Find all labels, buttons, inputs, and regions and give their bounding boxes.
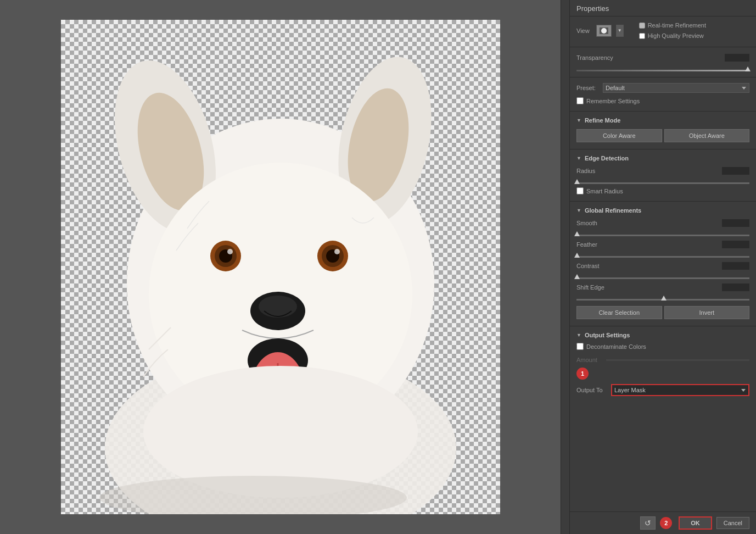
view-thumbnail[interactable]: [596, 25, 612, 37]
transparency-label: Transparency: [576, 54, 613, 61]
edge-detection-title: Edge Detection: [585, 155, 629, 162]
contrast-slider[interactable]: [576, 271, 749, 279]
properties-panel: Properties View ▼ Real-time Refinement H…: [569, 0, 756, 534]
radius-input[interactable]: 0 px: [722, 167, 749, 175]
clear-selection-button[interactable]: Clear Selection: [576, 306, 662, 319]
transparency-row: Transparency 100%: [570, 49, 756, 63]
high-quality-preview-row: High Quality Preview: [632, 31, 749, 40]
smooth-label: Smooth: [576, 220, 597, 226]
smooth-thumb[interactable]: [574, 231, 580, 236]
action-buttons-row: Clear Selection Invert: [570, 303, 756, 324]
contrast-thumb[interactable]: [574, 274, 580, 279]
view-row: View ▼ Real-time Refinement High Quality…: [570, 16, 756, 44]
refine-mode-arrow: ▼: [576, 118, 581, 123]
output-to-row: Output To Layer Mask: [570, 382, 756, 398]
output-settings-header[interactable]: ▼ Output Settings: [570, 329, 756, 342]
cancel-button[interactable]: Cancel: [716, 517, 749, 529]
remember-settings-row: Remember Settings: [570, 96, 756, 109]
amount-label: Amount: [576, 357, 597, 363]
divider-5: [570, 201, 756, 202]
remember-settings-checkbox[interactable]: [576, 97, 584, 104]
canvas-area: [0, 0, 561, 534]
svg-point-16: [259, 296, 297, 318]
radius-slider[interactable]: [576, 176, 749, 184]
global-refinements-title: Global Refinements: [585, 207, 641, 214]
smooth-row: Smooth 0: [570, 217, 756, 238]
transparency-thumb[interactable]: [745, 66, 751, 71]
shift-edge-slider[interactable]: [576, 293, 749, 301]
object-aware-button[interactable]: Object Aware: [664, 129, 750, 142]
output-to-label: Output To: [576, 387, 607, 393]
refine-buttons-row: Color Aware Object Aware: [570, 127, 756, 147]
global-refinements-header[interactable]: ▼ Global Refinements: [570, 204, 756, 217]
divider-6: [570, 326, 756, 326]
shift-edge-label: Shift Edge: [576, 284, 604, 291]
remember-settings-label: Remember Settings: [586, 98, 640, 104]
real-time-refinement-label: Real-time Refinement: [648, 22, 706, 29]
radius-row: Radius 0 px: [570, 165, 756, 186]
dog-illustration: [61, 20, 500, 514]
radius-label: Radius: [576, 168, 595, 174]
preset-row: Preset: Default: [570, 80, 756, 96]
invert-button[interactable]: Invert: [664, 306, 750, 319]
contrast-input[interactable]: 0%: [722, 262, 749, 270]
contrast-row: Contrast 0%: [570, 260, 756, 281]
svg-point-14: [334, 249, 340, 254]
badge-1: 1: [576, 368, 589, 380]
svg-point-10: [227, 249, 233, 254]
feather-row: Feather 0.0 px: [570, 238, 756, 260]
shift-edge-row: Shift Edge 0%: [570, 281, 756, 303]
divider-1: [570, 47, 756, 47]
divider-3: [570, 111, 756, 112]
transparency-input[interactable]: 100%: [725, 54, 749, 62]
smart-radius-row: Smart Radius: [570, 186, 756, 199]
feather-thumb[interactable]: [574, 253, 580, 258]
reset-button[interactable]: ↺: [640, 516, 656, 530]
output-to-select[interactable]: Layer Mask: [611, 384, 749, 396]
radius-thumb[interactable]: [574, 179, 580, 184]
preset-select[interactable]: Default: [603, 83, 749, 93]
contrast-label: Contrast: [576, 263, 600, 269]
view-label: View: [576, 27, 590, 34]
feather-label: Feather: [576, 241, 597, 248]
bottom-bar: ↺ 2 OK Cancel: [570, 511, 756, 534]
refine-mode-header[interactable]: ▼ Refine Mode: [570, 114, 756, 127]
color-aware-button[interactable]: Color Aware: [576, 129, 662, 142]
amount-row: Amount: [570, 354, 756, 365]
high-quality-preview-checkbox[interactable]: [639, 33, 645, 39]
badge-2: 2: [660, 517, 672, 529]
edge-detection-arrow: ▼: [576, 155, 581, 161]
ok-button[interactable]: OK: [679, 516, 712, 530]
decontaminate-colors-checkbox[interactable]: [576, 343, 584, 350]
smooth-input[interactable]: 0: [722, 219, 749, 227]
output-settings-title: Output Settings: [585, 332, 630, 338]
shift-edge-thumb[interactable]: [661, 296, 667, 301]
properties-title: Properties: [570, 0, 756, 16]
vertical-scrollbar[interactable]: [561, 0, 569, 534]
real-time-refinement-row: Real-time Refinement: [632, 21, 749, 30]
divider-2: [570, 77, 756, 77]
smooth-slider[interactable]: [576, 229, 749, 236]
real-time-refinement-checkbox[interactable]: [639, 23, 645, 29]
edge-detection-header[interactable]: ▼ Edge Detection: [570, 152, 756, 165]
refine-mode-title: Refine Mode: [585, 117, 620, 124]
smart-radius-checkbox[interactable]: [576, 187, 584, 194]
feather-slider[interactable]: [576, 250, 749, 258]
canvas-container: [61, 20, 500, 514]
output-settings-arrow: ▼: [576, 332, 581, 338]
svg-point-24: [601, 28, 607, 34]
view-dropdown-arrow[interactable]: ▼: [616, 25, 624, 37]
shift-edge-input[interactable]: 0%: [722, 283, 749, 291]
preset-label: Preset:: [576, 85, 598, 91]
transparency-slider-wrap[interactable]: [576, 64, 749, 71]
global-refinements-arrow: ▼: [576, 208, 581, 213]
smart-radius-label: Smart Radius: [586, 188, 623, 194]
decontaminate-colors-row: Decontaminate Colors: [570, 342, 756, 354]
high-quality-preview-label: High Quality Preview: [648, 32, 704, 39]
output-to-badge-row: 1: [570, 365, 756, 382]
decontaminate-colors-label: Decontaminate Colors: [586, 343, 646, 350]
divider-4: [570, 149, 756, 149]
feather-input[interactable]: 0.0 px: [722, 241, 749, 248]
transparency-slider-container: [570, 63, 756, 75]
